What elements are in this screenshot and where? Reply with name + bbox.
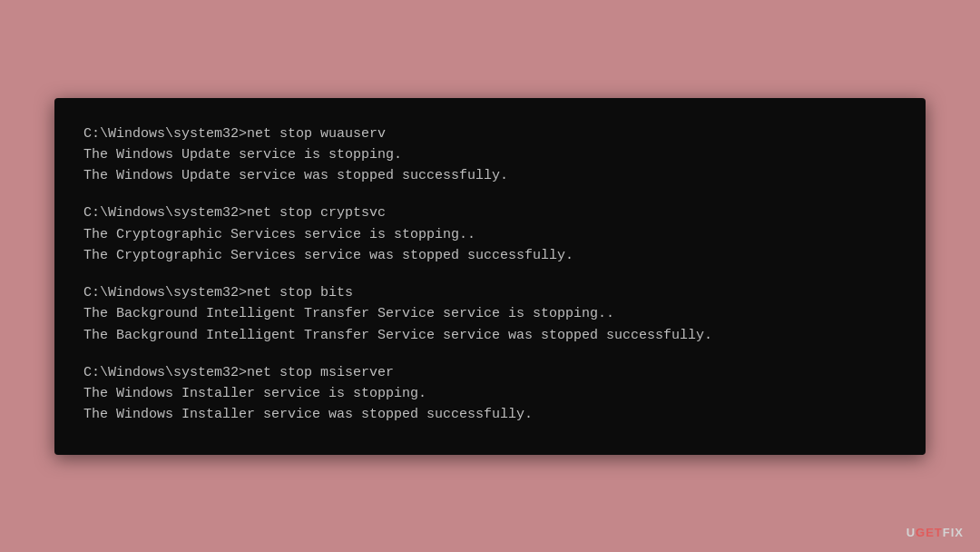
watermark-fix: FIX <box>943 526 964 539</box>
prompt: C:\Windows\system32> <box>83 205 247 221</box>
prompt: C:\Windows\system32> <box>83 365 247 380</box>
output-line: The Background Intelligent Transfer Serv… <box>83 303 897 324</box>
block-spacer <box>83 266 897 282</box>
output-line: The Windows Update service is stopping. <box>83 144 897 165</box>
block-spacer <box>83 186 897 202</box>
command-text: net stop cryptsvc <box>247 205 386 221</box>
prompt: C:\Windows\system32> <box>83 126 247 142</box>
block-spacer <box>83 346 897 362</box>
output-line: The Cryptographic Services service is st… <box>83 224 897 245</box>
command-text: net stop msiserver <box>247 365 394 380</box>
terminal-content: C:\Windows\system32>net stop wuauservThe… <box>83 123 897 426</box>
output-line: The Windows Update service was stopped s… <box>83 165 897 186</box>
output-line: The Cryptographic Services service was s… <box>83 245 897 266</box>
watermark-u: U <box>906 526 916 539</box>
output-line: The Background Intelligent Transfer Serv… <box>83 325 897 346</box>
watermark-get: GET <box>916 526 943 539</box>
prompt: C:\Windows\system32> <box>83 285 247 301</box>
command-text: net stop wuauserv <box>247 126 386 142</box>
watermark: UGETFIX <box>906 526 964 539</box>
terminal-window: C:\Windows\system32>net stop wuauservThe… <box>54 98 926 455</box>
command-line: C:\Windows\system32>net stop cryptsvc <box>83 202 897 223</box>
command-line: C:\Windows\system32>net stop bits <box>83 282 897 303</box>
command-line: C:\Windows\system32>net stop wuauserv <box>83 123 897 144</box>
command-text: net stop bits <box>247 285 353 301</box>
output-line: The Windows Installer service is stoppin… <box>83 383 897 404</box>
command-line: C:\Windows\system32>net stop msiserver <box>83 362 897 383</box>
output-line: The Windows Installer service was stoppe… <box>83 404 897 425</box>
